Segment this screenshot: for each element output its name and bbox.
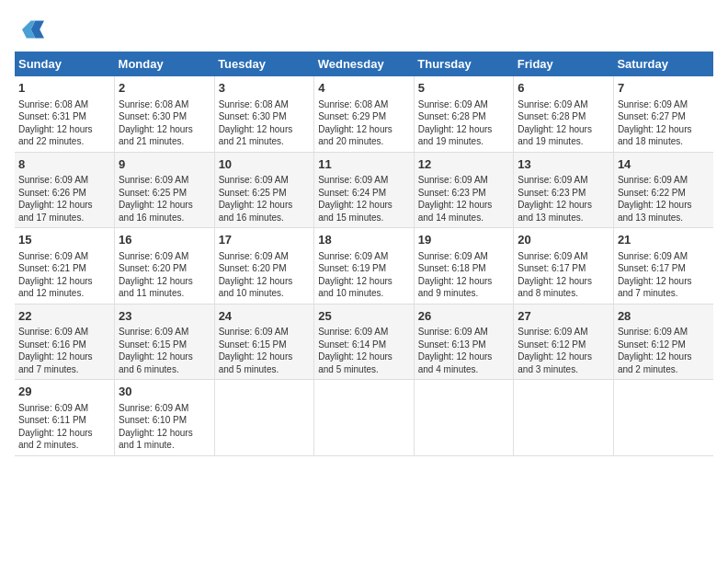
day-info: Sunrise: 6:09 AM Sunset: 6:28 PM Dayligh… [518, 98, 609, 148]
calendar-cell: 25Sunrise: 6:09 AM Sunset: 6:14 PM Dayli… [314, 304, 415, 380]
day-info: Sunrise: 6:09 AM Sunset: 6:24 PM Dayligh… [318, 174, 410, 224]
day-number: 15 [18, 232, 110, 248]
week-row-1: 1Sunrise: 6:08 AM Sunset: 6:31 PM Daylig… [15, 76, 713, 152]
day-info: Sunrise: 6:09 AM Sunset: 6:22 PM Dayligh… [618, 174, 710, 224]
day-number: 22 [18, 308, 110, 325]
calendar-cell: 30Sunrise: 6:09 AM Sunset: 6:10 PM Dayli… [115, 380, 215, 456]
calendar-cell [613, 380, 713, 456]
day-info: Sunrise: 6:09 AM Sunset: 6:19 PM Dayligh… [318, 250, 410, 300]
calendar-cell: 6Sunrise: 6:09 AM Sunset: 6:28 PM Daylig… [514, 76, 614, 152]
day-number: 21 [618, 232, 710, 248]
calendar-cell: 1Sunrise: 6:08 AM Sunset: 6:31 PM Daylig… [15, 76, 115, 152]
day-number: 1 [18, 80, 110, 97]
day-number: 29 [18, 384, 110, 400]
calendar-cell: 23Sunrise: 6:09 AM Sunset: 6:15 PM Dayli… [115, 304, 215, 380]
calendar-cell: 4Sunrise: 6:08 AM Sunset: 6:29 PM Daylig… [314, 76, 415, 152]
week-row-4: 22Sunrise: 6:09 AM Sunset: 6:16 PM Dayli… [15, 304, 713, 380]
day-info: Sunrise: 6:09 AM Sunset: 6:17 PM Dayligh… [518, 250, 609, 300]
day-info: Sunrise: 6:08 AM Sunset: 6:30 PM Dayligh… [119, 98, 210, 148]
calendar-cell: 13Sunrise: 6:09 AM Sunset: 6:23 PM Dayli… [514, 152, 614, 228]
day-number: 2 [119, 80, 210, 97]
calendar-cell: 12Sunrise: 6:09 AM Sunset: 6:23 PM Dayli… [414, 152, 514, 228]
calendar-cell: 27Sunrise: 6:09 AM Sunset: 6:12 PM Dayli… [514, 304, 614, 380]
calendar-cell: 21Sunrise: 6:09 AM Sunset: 6:17 PM Dayli… [613, 228, 713, 304]
day-info: Sunrise: 6:09 AM Sunset: 6:17 PM Dayligh… [618, 250, 710, 300]
day-info: Sunrise: 6:09 AM Sunset: 6:20 PM Dayligh… [219, 250, 311, 300]
day-number: 26 [418, 308, 510, 325]
day-number: 19 [418, 232, 510, 248]
calendar-cell: 2Sunrise: 6:08 AM Sunset: 6:30 PM Daylig… [115, 76, 215, 152]
day-info: Sunrise: 6:09 AM Sunset: 6:25 PM Dayligh… [119, 174, 210, 224]
day-info: Sunrise: 6:09 AM Sunset: 6:12 PM Dayligh… [518, 326, 609, 375]
calendar-cell: 19Sunrise: 6:09 AM Sunset: 6:18 PM Dayli… [414, 228, 514, 304]
calendar-cell: 9Sunrise: 6:09 AM Sunset: 6:25 PM Daylig… [115, 152, 215, 228]
day-number: 14 [618, 156, 710, 173]
day-number: 30 [119, 384, 210, 400]
day-info: Sunrise: 6:08 AM Sunset: 6:29 PM Dayligh… [318, 98, 410, 148]
day-info: Sunrise: 6:09 AM Sunset: 6:28 PM Dayligh… [418, 98, 510, 148]
calendar-cell [214, 380, 314, 456]
day-info: Sunrise: 6:09 AM Sunset: 6:12 PM Dayligh… [618, 326, 710, 375]
logo-icon [15, 15, 44, 44]
day-info: Sunrise: 6:09 AM Sunset: 6:14 PM Dayligh… [318, 326, 410, 375]
day-number: 5 [418, 80, 510, 97]
calendar-cell: 26Sunrise: 6:09 AM Sunset: 6:13 PM Dayli… [414, 304, 514, 380]
day-number: 16 [119, 232, 210, 248]
day-number: 24 [219, 308, 311, 325]
calendar-cell: 7Sunrise: 6:09 AM Sunset: 6:27 PM Daylig… [613, 76, 713, 152]
day-info: Sunrise: 6:09 AM Sunset: 6:20 PM Dayligh… [119, 250, 210, 300]
calendar-cell: 16Sunrise: 6:09 AM Sunset: 6:20 PM Dayli… [115, 228, 215, 304]
day-number: 3 [219, 80, 311, 97]
calendar-cell: 8Sunrise: 6:09 AM Sunset: 6:26 PM Daylig… [15, 152, 115, 228]
day-info: Sunrise: 6:09 AM Sunset: 6:10 PM Dayligh… [119, 402, 210, 452]
day-header-monday: Monday [115, 52, 215, 76]
day-number: 27 [518, 308, 609, 325]
day-header-sunday: Sunday [15, 52, 115, 76]
calendar-cell: 22Sunrise: 6:09 AM Sunset: 6:16 PM Dayli… [15, 304, 115, 380]
day-info: Sunrise: 6:09 AM Sunset: 6:26 PM Dayligh… [18, 174, 110, 224]
day-info: Sunrise: 6:08 AM Sunset: 6:30 PM Dayligh… [219, 98, 311, 148]
calendar-cell: 11Sunrise: 6:09 AM Sunset: 6:24 PM Dayli… [314, 152, 415, 228]
day-info: Sunrise: 6:09 AM Sunset: 6:27 PM Dayligh… [618, 98, 710, 148]
logo [15, 15, 48, 44]
calendar-cell: 24Sunrise: 6:09 AM Sunset: 6:15 PM Dayli… [214, 304, 314, 380]
day-header-tuesday: Tuesday [214, 52, 314, 76]
day-info: Sunrise: 6:08 AM Sunset: 6:31 PM Dayligh… [18, 98, 110, 148]
calendar-cell: 20Sunrise: 6:09 AM Sunset: 6:17 PM Dayli… [514, 228, 614, 304]
calendar-cell: 28Sunrise: 6:09 AM Sunset: 6:12 PM Dayli… [613, 304, 713, 380]
day-info: Sunrise: 6:09 AM Sunset: 6:25 PM Dayligh… [219, 174, 311, 224]
day-number: 10 [219, 156, 311, 173]
day-info: Sunrise: 6:09 AM Sunset: 6:23 PM Dayligh… [518, 174, 609, 224]
day-info: Sunrise: 6:09 AM Sunset: 6:18 PM Dayligh… [418, 250, 510, 300]
week-row-2: 8Sunrise: 6:09 AM Sunset: 6:26 PM Daylig… [15, 152, 713, 228]
day-info: Sunrise: 6:09 AM Sunset: 6:21 PM Dayligh… [18, 250, 110, 300]
day-number: 28 [618, 308, 710, 325]
day-number: 11 [318, 156, 410, 173]
calendar-table: SundayMondayTuesdayWednesdayThursdayFrid… [15, 52, 713, 456]
calendar-cell: 3Sunrise: 6:08 AM Sunset: 6:30 PM Daylig… [214, 76, 314, 152]
day-info: Sunrise: 6:09 AM Sunset: 6:11 PM Dayligh… [18, 402, 110, 452]
day-number: 6 [518, 80, 609, 97]
page-header [15, 15, 713, 44]
calendar-cell: 5Sunrise: 6:09 AM Sunset: 6:28 PM Daylig… [414, 76, 514, 152]
header-row: SundayMondayTuesdayWednesdayThursdayFrid… [15, 52, 713, 76]
week-row-3: 15Sunrise: 6:09 AM Sunset: 6:21 PM Dayli… [15, 228, 713, 304]
day-number: 13 [518, 156, 609, 173]
day-header-thursday: Thursday [414, 52, 514, 76]
calendar-cell: 17Sunrise: 6:09 AM Sunset: 6:20 PM Dayli… [214, 228, 314, 304]
day-header-friday: Friday [514, 52, 614, 76]
day-info: Sunrise: 6:09 AM Sunset: 6:23 PM Dayligh… [418, 174, 510, 224]
day-header-wednesday: Wednesday [314, 52, 415, 76]
day-header-saturday: Saturday [613, 52, 713, 76]
day-number: 9 [119, 156, 210, 173]
day-info: Sunrise: 6:09 AM Sunset: 6:13 PM Dayligh… [418, 326, 510, 375]
day-number: 12 [418, 156, 510, 173]
day-number: 23 [119, 308, 210, 325]
calendar-cell [514, 380, 614, 456]
day-number: 20 [518, 232, 609, 248]
calendar-cell: 15Sunrise: 6:09 AM Sunset: 6:21 PM Dayli… [15, 228, 115, 304]
day-number: 7 [618, 80, 710, 97]
calendar-cell: 29Sunrise: 6:09 AM Sunset: 6:11 PM Dayli… [15, 380, 115, 456]
day-info: Sunrise: 6:09 AM Sunset: 6:15 PM Dayligh… [219, 326, 311, 375]
day-info: Sunrise: 6:09 AM Sunset: 6:15 PM Dayligh… [119, 326, 210, 375]
